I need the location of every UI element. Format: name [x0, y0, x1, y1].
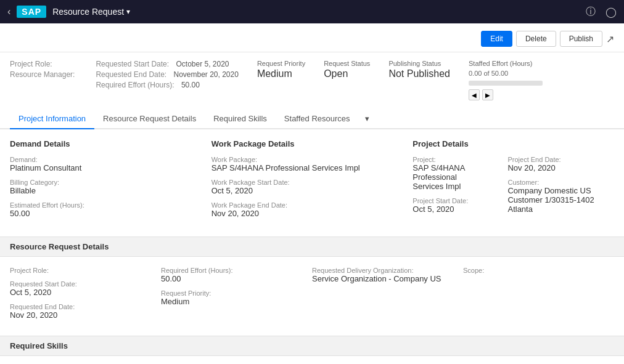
demand-details-title: Demand Details — [10, 139, 199, 148]
rrd-delivery-org-value: Service Organization - Company US — [312, 274, 451, 283]
project-label: Project: — [413, 156, 483, 163]
project-field: Project: SAP S/4HANA Professional Servic… — [413, 156, 483, 191]
resource-manager-label: Resource Manager: — [10, 70, 75, 79]
info-group-priority: Request Priority Medium — [257, 60, 305, 79]
effort-bar-container — [469, 81, 543, 86]
tabs-more-button[interactable]: ▾ — [359, 109, 376, 128]
publish-button[interactable]: Publish — [560, 31, 602, 47]
project-start-field: Project Start Date: Oct 5, 2020 — [413, 197, 483, 214]
rrd-project-role-label: Project Role: — [10, 267, 149, 274]
tab-project-information[interactable]: Project Information — [10, 109, 94, 129]
rrd-start-value: Oct 5, 2020 — [10, 288, 149, 297]
rrd-effort-label: Required Effort (Hours): — [161, 267, 300, 274]
scrollable-area[interactable]: Edit Delete Publish ↗ Project Role: Reso… — [0, 23, 624, 364]
work-package-start-field: Work Package Start Date: Oct 5, 2020 — [211, 179, 401, 195]
resource-request-section-title: Resource Request Details — [10, 242, 109, 251]
project-start-label: Project Start Date: — [413, 197, 483, 204]
demand-value: Platinum Consultant — [10, 163, 199, 172]
rrd-scope-field: Scope: — [463, 267, 602, 274]
request-priority-label: Request Priority — [257, 60, 305, 67]
header-title: Resource Request ▾ — [52, 7, 130, 17]
project-details-row: Project: SAP S/4HANA Professional Servic… — [413, 156, 602, 220]
back-button[interactable]: ‹ — [7, 6, 10, 17]
estimated-effort-field: Estimated Effort (Hours): 50.00 — [10, 201, 199, 218]
rrd-priority-label: Request Priority: — [161, 289, 300, 297]
request-priority-value: Medium — [257, 68, 305, 79]
work-package-field: Work Package: SAP S/4HANA Professional S… — [211, 156, 401, 172]
rrd-priority-field: Request Priority: Medium — [161, 289, 300, 306]
edit-button[interactable]: Edit — [481, 31, 512, 47]
rrd-delivery-org-label: Requested Delivery Organization: — [312, 267, 451, 274]
work-package-end-label: Work Package End Date: — [211, 201, 401, 209]
info-project-role: Project Role: Resource Manager: — [10, 60, 77, 79]
effort-increase-button[interactable]: ▶ — [482, 89, 493, 100]
rrd-col1: Project Role: Requested Start Date: Oct … — [10, 267, 161, 326]
info-row: Project Role: Resource Manager: Requeste… — [0, 52, 624, 100]
billing-category-label: Billing Category: — [10, 179, 199, 186]
project-details-left: Project: SAP S/4HANA Professional Servic… — [413, 156, 483, 220]
req-start-value: October 5, 2020 — [176, 60, 229, 68]
action-bar: Edit Delete Publish ↗ — [0, 23, 624, 52]
content-area: Demand Details Demand: Platinum Consulta… — [0, 129, 624, 364]
user-icon[interactable]: ◯ — [606, 6, 617, 18]
rrd-col4: Scope: — [463, 267, 614, 326]
billing-category-field: Billing Category: Billable — [10, 179, 199, 195]
rrd-project-role-field: Project Role: — [10, 267, 149, 274]
info-group-publishing: Publishing Status Not Published — [388, 60, 450, 79]
project-end-field: Project End Date: Nov 20, 2020 — [507, 156, 602, 172]
work-package-details-title: Work Package Details — [211, 139, 401, 148]
billing-category-value: Billable — [10, 186, 199, 195]
main-content: Edit Delete Publish ↗ Project Role: Reso… — [0, 23, 624, 364]
rrd-start-field: Requested Start Date: Oct 5, 2020 — [10, 280, 149, 297]
export-icon: ↗ — [606, 34, 614, 44]
sap-logo: SAP — [17, 6, 46, 18]
work-package-value: SAP S/4HANA Professional Services Impl — [211, 163, 401, 172]
request-status-value: Open — [324, 68, 370, 79]
work-package-label: Work Package: — [211, 156, 401, 163]
header-right: ⓘ ◯ — [586, 6, 617, 18]
rrd-priority-value: Medium — [161, 297, 300, 306]
help-icon[interactable]: ⓘ — [586, 6, 596, 18]
publishing-status-value: Not Published — [388, 68, 450, 79]
effort-decrease-button[interactable]: ◀ — [469, 89, 480, 100]
work-package-details-column: Work Package Details Work Package: SAP S… — [211, 139, 413, 224]
project-start-value: Oct 5, 2020 — [413, 204, 483, 214]
customer-field: Customer: Company Domestic US Customer 1… — [507, 179, 602, 214]
info-group-dates: Requested Start Date: October 5, 2020 Re… — [96, 60, 239, 89]
required-skills-section-title: Required Skills — [10, 341, 68, 350]
tab-required-skills[interactable]: Required Skills — [205, 109, 276, 129]
page-title-text: Resource Request — [52, 7, 124, 17]
export-button[interactable]: ↗ — [606, 31, 614, 47]
estimated-effort-value: 50.00 — [10, 209, 199, 218]
demand-label: Demand: — [10, 156, 199, 163]
details-grid: Demand Details Demand: Platinum Consulta… — [10, 139, 614, 224]
resource-request-section-divider: Resource Request Details — [0, 237, 624, 257]
req-effort-value: 50.00 — [181, 81, 200, 89]
work-package-end-field: Work Package End Date: Nov 20, 2020 — [211, 201, 401, 218]
tabs-bar: Project Information Resource Request Det… — [0, 109, 624, 129]
project-value: SAP S/4HANA Professional Services Impl — [413, 163, 483, 191]
rrd-col2: Required Effort (Hours): 50.00 Request P… — [161, 267, 312, 326]
top-header: ‹ SAP Resource Request ▾ ⓘ ◯ — [0, 0, 624, 23]
info-group-status: Request Status Open — [324, 60, 370, 79]
delete-button[interactable]: Delete — [516, 31, 556, 47]
rrd-details-grid: Project Role: Requested Start Date: Oct … — [10, 267, 614, 326]
dropdown-arrow-icon[interactable]: ▾ — [126, 7, 130, 16]
project-details-column: Project Details Project: SAP S/4HANA Pro… — [413, 139, 614, 224]
customer-value: Company Domestic US Customer 1/30315-140… — [507, 186, 602, 214]
tab-staffed-resources[interactable]: Staffed Resources — [276, 109, 359, 129]
rrd-effort-field: Required Effort (Hours): 50.00 — [161, 267, 300, 283]
rrd-col3: Requested Delivery Organization: Service… — [312, 267, 463, 326]
req-start-label: Requested Start Date: — [96, 60, 169, 68]
demand-field: Demand: Platinum Consultant — [10, 156, 199, 172]
info-dates: Requested Start Date: October 5, 2020 Re… — [96, 60, 239, 89]
estimated-effort-label: Estimated Effort (Hours): — [10, 201, 199, 209]
tab-resource-request-details[interactable]: Resource Request Details — [94, 109, 205, 129]
staffed-effort-group: Staffed Effort (Hours) 0.00 of 50.00 ◀ ▶ — [469, 60, 543, 100]
rrd-effort-value: 50.00 — [161, 274, 300, 283]
project-role-label: Project Role: — [10, 60, 52, 68]
rrd-scope-label: Scope: — [463, 267, 602, 274]
project-end-value: Nov 20, 2020 — [507, 163, 602, 172]
work-package-end-value: Nov 20, 2020 — [211, 209, 401, 218]
publishing-status-label: Publishing Status — [388, 60, 450, 67]
